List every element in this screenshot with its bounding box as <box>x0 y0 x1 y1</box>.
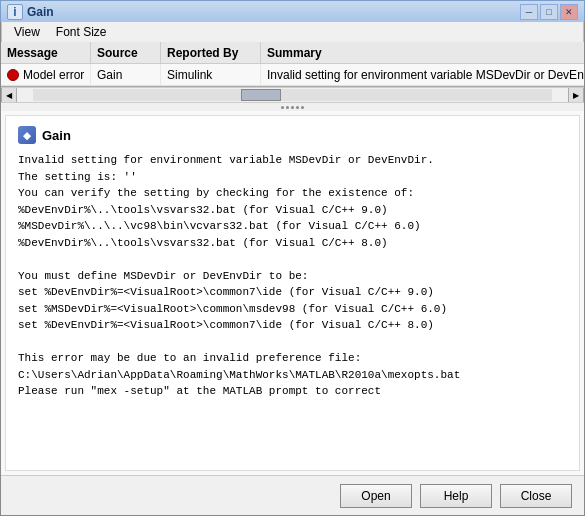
maximize-button[interactable]: □ <box>540 4 558 20</box>
button-bar: Open Help Close <box>1 475 584 515</box>
resize-handle[interactable] <box>1 103 584 111</box>
resize-dot <box>286 106 289 109</box>
cell-summary: Invalid setting for environment variable… <box>261 64 584 85</box>
horizontal-scrollbar[interactable]: ◀ ▶ <box>1 87 584 103</box>
detail-header: ◆ Gain <box>18 126 567 144</box>
detail-title: Gain <box>42 128 71 143</box>
resize-dot <box>296 106 299 109</box>
close-window-button[interactable]: ✕ <box>560 4 578 20</box>
error-table: Message Source Reported By Summary Model… <box>1 42 584 87</box>
table-header: Message Source Reported By Summary <box>1 42 584 64</box>
detail-text: Invalid setting for environment variable… <box>18 152 567 400</box>
resize-dot <box>291 106 294 109</box>
menu-font-size[interactable]: Font Size <box>48 23 115 41</box>
col-source[interactable]: Source <box>91 42 161 63</box>
help-button[interactable]: Help <box>420 484 492 508</box>
cell-message: Model error <box>1 64 91 85</box>
window-controls: ─ □ ✕ <box>520 4 578 20</box>
menu-view[interactable]: View <box>6 23 48 41</box>
resize-dot <box>281 106 284 109</box>
col-reported-by[interactable]: Reported By <box>161 42 261 63</box>
col-summary[interactable]: Summary <box>261 42 584 63</box>
open-button[interactable]: Open <box>340 484 412 508</box>
scroll-right-button[interactable]: ▶ <box>568 87 584 103</box>
cell-source: Gain <box>91 64 161 85</box>
main-window: View Font Size Message Source Reported B… <box>0 22 585 516</box>
menubar: View Font Size <box>1 22 584 42</box>
table-row[interactable]: Model error Gain Simulink Invalid settin… <box>1 64 584 86</box>
app-icon: i <box>7 4 23 20</box>
detail-icon: ◆ <box>18 126 36 144</box>
detail-panel: ◆ Gain Invalid setting for environment v… <box>5 115 580 471</box>
cell-reported-by: Simulink <box>161 64 261 85</box>
close-button[interactable]: Close <box>500 484 572 508</box>
col-message[interactable]: Message <box>1 42 91 63</box>
error-indicator <box>7 69 19 81</box>
scroll-left-button[interactable]: ◀ <box>1 87 17 103</box>
minimize-button[interactable]: ─ <box>520 4 538 20</box>
titlebar: i Gain ─ □ ✕ <box>0 0 585 22</box>
resize-dot <box>301 106 304 109</box>
scrollbar-track[interactable] <box>33 89 552 101</box>
scrollbar-thumb[interactable] <box>241 89 281 101</box>
window-title: Gain <box>27 5 520 19</box>
